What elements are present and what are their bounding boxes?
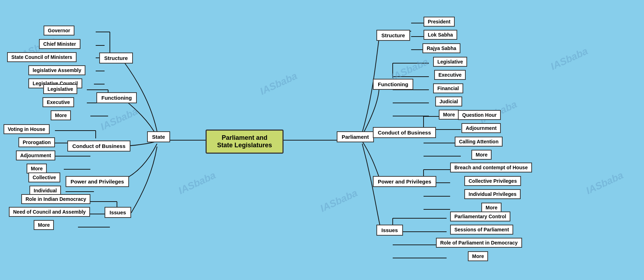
parliament-collective-privileges: Collective Privileges — [464, 176, 521, 186]
center-node: Parliament and State Legislatures — [206, 130, 284, 154]
parliament-functioning-more: More — [439, 110, 459, 120]
watermark: IASbaba — [584, 170, 625, 197]
parliament-structure-branch: Structure — [376, 30, 410, 41]
parliament-breach: Breach and contempt of House — [450, 163, 532, 172]
state-adjournment: Adjournment — [16, 150, 55, 160]
state-issues-branch: Issues — [105, 207, 131, 218]
state-conduct-more: More — [27, 164, 47, 174]
parliament-financial: Financial — [433, 83, 463, 93]
state-structure-branch: Structure — [99, 53, 133, 64]
state-legislative: Legislative — [43, 84, 77, 94]
state-prorogation: Prorogation — [18, 137, 55, 147]
parliament-parliamentary-control: Parliamentary Control — [450, 212, 510, 221]
parliament-privileges-branch: Power and Privileges — [373, 176, 436, 187]
state-need-council: Need of Council and Assembly — [9, 207, 90, 217]
parliament-functioning-branch: Functioning — [373, 79, 413, 90]
parliament-legislative: Legislative — [433, 57, 467, 67]
parliament-privileges-more: More — [481, 203, 502, 213]
state-collective: Collective — [28, 172, 60, 182]
parliament-adjournment: Adjournment — [461, 123, 501, 133]
parliament-node: Parliament — [337, 131, 374, 142]
state-more-functioning: More — [51, 110, 71, 120]
parliament-individual-privileges: Individual Privileges — [464, 189, 521, 199]
state-executive: Executive — [43, 97, 74, 107]
parliament-president: President — [424, 17, 455, 27]
parliament-issues-more: More — [468, 251, 488, 261]
state-issues-more: More — [34, 220, 54, 230]
state-role-democracy: Role in Indian Democracy — [21, 194, 90, 204]
parliament-issues-branch: Issues — [376, 225, 403, 236]
state-voting-house: Voting in House — [4, 124, 50, 134]
parliament-sessions: Sessions of Parliament — [450, 225, 513, 235]
parliament-calling-attention: Calling Attention — [455, 137, 503, 147]
state-council-ministers: State Council of Ministers — [7, 52, 77, 62]
parliament-lok-sabha: Lok Sabha — [424, 30, 457, 40]
watermark: IASbaba — [318, 187, 359, 214]
watermark: IASbaba — [177, 170, 217, 197]
state-functioning-branch: Functioning — [96, 92, 137, 103]
watermark: IASbaba — [549, 45, 589, 72]
state-governor: Governor — [44, 26, 74, 35]
parliament-question-hour: Question Hour — [458, 110, 501, 120]
parliament-role-democracy: Role of Parliament in Democracy — [436, 238, 522, 248]
parliament-conduct-more: More — [471, 150, 492, 160]
parliament-judicial: Judicial — [435, 97, 462, 106]
parliament-executive: Executive — [434, 70, 466, 80]
watermark: IASbaba — [258, 70, 299, 97]
watermark: IASbaba — [99, 106, 139, 133]
parliament-conduct-branch: Conduct of Business — [373, 127, 436, 138]
state-legislative-assembly: legislative Assembly — [28, 65, 85, 75]
state-privileges-branch: Power and Privileges — [66, 176, 129, 187]
state-chief-minister: Chief Minister — [39, 39, 80, 49]
parliament-rajya-sabha: Rajya Sabha — [422, 43, 460, 53]
state-node: State — [147, 131, 170, 142]
state-conduct-branch: Conduct of Business — [67, 141, 130, 152]
mind-map-lines — [0, 0, 644, 280]
